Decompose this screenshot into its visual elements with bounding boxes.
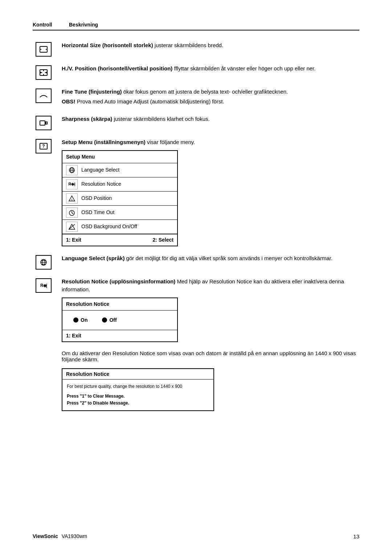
icon-cell-sharpness bbox=[33, 116, 54, 130]
footer-page: 13 bbox=[353, 533, 359, 539]
icon-cell-horizontal-size bbox=[33, 42, 54, 57]
setup-menu-icon: ? bbox=[36, 139, 52, 153]
resolution-option-on: On bbox=[73, 316, 87, 324]
row-resolution-notice: R◈| Resolution Notice (upplösningsinform… bbox=[33, 278, 359, 342]
resolution-box2-line2: Press "1" to Clear Message. bbox=[67, 393, 209, 400]
text-sharpness: Sharpness (skärpa) justerar skärmbildens… bbox=[62, 115, 359, 125]
menu-item-language-label: Language Select bbox=[81, 166, 119, 174]
menu-footer: 1: Exit 2: Select bbox=[62, 234, 177, 246]
resolution-notice-box2: Resolution Notice For best picture quali… bbox=[62, 368, 214, 411]
resolution-options-row: On Off bbox=[62, 311, 177, 330]
osd-timeout-icon bbox=[66, 208, 78, 218]
menu-item-language: Language Select bbox=[62, 163, 177, 177]
text-resolution-notice: Resolution Notice (upplösningsinformatio… bbox=[62, 278, 359, 342]
icon-cell-language-select bbox=[33, 255, 54, 270]
resolution-notice-icon: R◈| bbox=[36, 278, 52, 293]
menu-item-osd-position: h OSD Position bbox=[62, 191, 177, 205]
svg-rect-14 bbox=[40, 121, 45, 125]
menu-item-resolution: R◈| Resolution Notice bbox=[62, 177, 177, 191]
resolution-box-title: Resolution Notice bbox=[62, 298, 177, 311]
text-fine-tune: Fine Tune (finjustering) ökar fokus geno… bbox=[62, 88, 359, 107]
resolution-off-label: Off bbox=[109, 316, 117, 324]
hv-position-icon bbox=[36, 65, 52, 80]
footer-brand-model: ViewSonic VA1930wm bbox=[33, 533, 87, 539]
text-horizontal-size: Horizontal Size (horisontell storlek) ju… bbox=[62, 41, 359, 51]
row-language-select: Language Select (språk) gör det möjligt … bbox=[33, 254, 359, 270]
resolution-box2-content: For best picture quality, change the res… bbox=[62, 379, 213, 411]
resolution-notice-box2-wrapper: Resolution Notice For best picture quali… bbox=[62, 368, 359, 411]
resolution-notice-text-para: Om du aktiverar den Resolution Notice so… bbox=[62, 350, 359, 362]
row-setup-menu: ? Setup Menu (inställningsmenyn) visar f… bbox=[33, 138, 359, 246]
icon-cell-resolution-notice: R◈| bbox=[33, 278, 54, 293]
footer-model: VA1930wm bbox=[62, 533, 87, 539]
menu-item-osd-position-label: OSD Position bbox=[81, 194, 112, 202]
icon-cell-fine-tune bbox=[33, 89, 54, 103]
resolution-on-label: On bbox=[81, 316, 87, 324]
row-horizontal-size: Horizontal Size (horisontell storlek) ju… bbox=[33, 41, 359, 57]
resolution-notice-text: Om du aktiverar den Resolution Notice so… bbox=[62, 350, 359, 362]
menu-item-osd-bg: OSD Background On/Off bbox=[62, 219, 177, 234]
text-language-select: Language Select (språk) gör det möjligt … bbox=[62, 254, 359, 264]
svg-text:h: h bbox=[71, 198, 73, 201]
menu-item-resolution-label: Resolution Notice bbox=[81, 180, 121, 188]
svg-line-27 bbox=[69, 224, 75, 229]
bullet-on bbox=[73, 317, 78, 323]
row-sharpness: Sharpness (skärpa) justerar skärmbildens… bbox=[33, 115, 359, 130]
resolution-box2-line3: Press "2" to Disable Message. bbox=[67, 400, 209, 407]
header-kontroll: Kontroll bbox=[33, 22, 54, 28]
row-hv-position: H./V. Position (horisontell/vertikal pos… bbox=[33, 65, 359, 80]
text-hv-position: H./V. Position (horisontell/vertikal pos… bbox=[62, 65, 359, 74]
setup-menu-box-title: Setup Menu bbox=[62, 151, 177, 163]
icon-cell-setup-menu: ? bbox=[33, 139, 54, 153]
fine-tune-icon bbox=[36, 89, 52, 103]
menu-footer-select: 2: Select bbox=[152, 236, 173, 244]
sharpness-icon bbox=[36, 116, 52, 130]
osd-position-icon: h bbox=[66, 193, 78, 204]
resolution-box2-title: Resolution Notice bbox=[62, 369, 213, 379]
resolution-option-off: Off bbox=[102, 316, 117, 324]
setup-menu-box: Setup Menu Language Select R◈| bbox=[62, 150, 178, 246]
footer-brand: ViewSonic bbox=[33, 533, 58, 539]
osd-bg-icon bbox=[66, 222, 78, 232]
svg-line-25 bbox=[72, 213, 73, 214]
svg-rect-15 bbox=[46, 122, 47, 124]
menu-item-osd-timeout: OSD Time Out bbox=[62, 205, 177, 219]
text-setup-menu: Setup Menu (inställningsmenyn) visar föl… bbox=[62, 138, 359, 246]
svg-text:?: ? bbox=[42, 144, 45, 149]
bullet-off bbox=[102, 317, 107, 323]
menu-item-osd-timeout-label: OSD Time Out bbox=[81, 209, 114, 216]
resolution-box2-line1: For best picture quality, change the res… bbox=[67, 383, 209, 390]
globe-icon bbox=[66, 165, 78, 175]
resolution-footer: 1: Exit bbox=[62, 330, 177, 341]
row-fine-tune: Fine Tune (finjustering) ökar fokus geno… bbox=[33, 88, 359, 107]
menu-item-osd-bg-label: OSD Background On/Off bbox=[81, 223, 137, 230]
table-header: Kontroll Beskrivning bbox=[33, 22, 359, 30]
header-beskrivning: Beskrivning bbox=[69, 22, 98, 28]
page-footer: ViewSonic VA1930wm 13 bbox=[0, 533, 392, 539]
horizontal-size-icon bbox=[36, 42, 52, 57]
icon-cell-hv-position bbox=[33, 65, 54, 80]
menu-footer-exit: 1: Exit bbox=[66, 236, 81, 244]
language-select-icon bbox=[36, 255, 52, 270]
resolution-icon: R◈| bbox=[66, 179, 78, 189]
resolution-notice-box: Resolution Notice On Off 1: Exit bbox=[62, 297, 178, 342]
